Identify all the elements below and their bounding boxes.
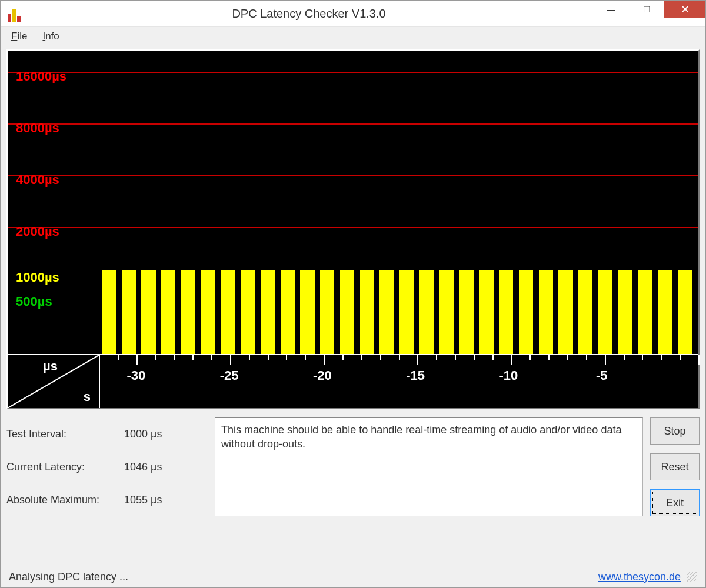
stat-absmax: Absolute Maximum: 1055 µs — [6, 483, 208, 516]
chart-bar — [221, 270, 235, 355]
chart-bar — [459, 270, 474, 355]
chart-x-label: -30 — [126, 368, 145, 383]
chart-x-tick — [249, 355, 250, 360]
close-button[interactable]: ✕ — [664, 1, 705, 18]
chart-bar — [578, 270, 592, 355]
chart-x-label: -25 — [220, 368, 239, 383]
chart-x-tick — [324, 355, 325, 365]
reset-button[interactable]: Reset — [650, 453, 700, 480]
stat-current-label: Current Latency: — [6, 461, 124, 473]
chart-x-tick — [136, 355, 138, 365]
maximize-button[interactable]: ☐ — [629, 1, 664, 18]
chart-x-axis: µs s -30-25-20-15-10-5 — [8, 354, 698, 408]
chart-gridline — [8, 72, 698, 73]
chart-x-tick — [118, 355, 119, 360]
chart-bar — [678, 270, 692, 355]
app-icon — [8, 5, 24, 22]
chart-x-tick — [211, 355, 212, 360]
chart-y-tick: 500µs — [16, 294, 52, 309]
chart-bar — [598, 270, 612, 355]
stat-interval-label: Test Interval: — [6, 428, 124, 440]
chart-x-tick — [474, 355, 475, 360]
exit-button[interactable]: Exit — [650, 489, 700, 516]
menu-bar: File Info — [1, 26, 705, 46]
chart-x-tick — [624, 355, 625, 360]
chart-x-label: -10 — [499, 368, 518, 383]
minimize-button[interactable]: — — [594, 1, 629, 18]
stat-current: Current Latency: 1046 µs — [6, 450, 208, 483]
app-window: DPC Latency Checker V1.3.0 — ☐ ✕ File In… — [0, 0, 706, 588]
stat-current-value: 1046 µs — [124, 461, 162, 473]
chart-x-tick — [268, 355, 269, 360]
title-bar[interactable]: DPC Latency Checker V1.3.0 — ☐ ✕ — [1, 1, 705, 26]
chart-x-tick — [586, 355, 587, 360]
chart-bar — [419, 270, 434, 355]
x-axis-label: s — [84, 389, 91, 405]
chart-x-tick — [605, 355, 606, 365]
chart-gridline — [8, 123, 698, 125]
message-box: This machine should be able to handle re… — [215, 417, 643, 516]
stats-panel: Test Interval: 1000 µs Current Latency: … — [6, 417, 208, 516]
chart-x-tick — [155, 355, 156, 360]
chart-bar — [658, 270, 672, 355]
chart-x-tick — [174, 355, 175, 360]
content-area: 16000µs8000µs4000µs2000µs1000µs500µs µs … — [1, 46, 705, 566]
chart-bars — [99, 51, 695, 355]
chart-x-label: -20 — [313, 368, 332, 383]
chart-x-tick — [530, 355, 531, 360]
chart-gridline — [8, 175, 698, 176]
chart-x-tick — [455, 355, 456, 360]
chart-bar — [201, 270, 215, 355]
stop-button[interactable]: Stop — [650, 417, 700, 445]
chart-x-label: -15 — [406, 368, 425, 383]
chart-bar — [281, 270, 295, 355]
chart-bar — [241, 270, 255, 355]
stat-absmax-value: 1055 µs — [124, 494, 162, 506]
resize-grip-icon[interactable] — [687, 572, 697, 582]
chart-bar — [300, 270, 314, 355]
chart-x-tick — [698, 355, 700, 365]
y-axis-label: µs — [43, 359, 58, 374]
chart-x-tick — [417, 355, 418, 365]
chart-x-tick — [436, 355, 437, 360]
menu-file-label: ile — [17, 31, 27, 42]
stat-interval: Test Interval: 1000 µs — [6, 417, 208, 450]
action-buttons: Stop Reset Exit — [650, 417, 700, 516]
chart-x-tick — [680, 355, 681, 360]
chart-bar — [479, 270, 493, 355]
stat-interval-value: 1000 µs — [124, 428, 162, 440]
chart-bar — [181, 270, 195, 355]
chart-x-tick — [492, 355, 494, 360]
chart-y-tick: 16000µs — [16, 69, 66, 84]
chart-bar — [519, 270, 533, 355]
menu-info[interactable]: Info — [42, 31, 59, 42]
status-link[interactable]: www.thesycon.de — [598, 571, 681, 583]
status-text: Analysing DPC latency ... — [9, 571, 128, 583]
chart-x-tick — [399, 355, 400, 360]
chart-bar — [439, 270, 454, 355]
chart-x-tick — [230, 355, 231, 365]
menu-file[interactable]: File — [11, 31, 27, 42]
stat-absmax-label: Absolute Maximum: — [6, 494, 124, 506]
lower-panel: Test Interval: 1000 µs Current Latency: … — [6, 417, 700, 516]
menu-info-label: nfo — [45, 31, 59, 42]
chart-x-tick — [342, 355, 344, 360]
chart-bar — [122, 270, 136, 355]
chart-y-tick: 4000µs — [16, 172, 59, 188]
chart-bar — [618, 270, 632, 355]
chart-bar — [539, 270, 553, 355]
chart-y-tick: 2000µs — [16, 224, 59, 239]
chart-bar — [399, 270, 414, 355]
latency-chart: 16000µs8000µs4000µs2000µs1000µs500µs µs … — [6, 49, 700, 409]
status-bar: Analysing DPC latency ... www.thesycon.d… — [1, 566, 705, 587]
chart-x-tick — [305, 355, 306, 360]
chart-y-tick: 8000µs — [16, 121, 59, 136]
chart-x-tick — [567, 355, 568, 360]
chart-x-tick — [642, 355, 643, 360]
window-title: DPC Latency Checker V1.3.0 — [24, 7, 594, 21]
chart-x-tick — [361, 355, 362, 360]
chart-x-label: -5 — [596, 368, 608, 383]
chart-axis-corner: µs s — [8, 355, 100, 408]
chart-x-tick — [661, 355, 662, 360]
chart-bar — [360, 270, 374, 355]
